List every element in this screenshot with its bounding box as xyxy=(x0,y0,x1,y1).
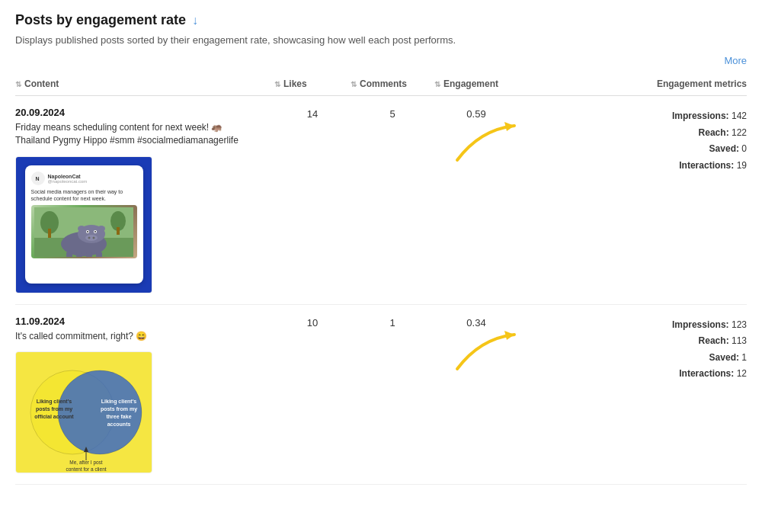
post-text-2: It's called commitment, right? 😄 xyxy=(15,330,244,343)
more-link-row: More xyxy=(15,55,747,66)
svg-point-11 xyxy=(94,231,96,232)
col-header-content: ⇅ Content xyxy=(15,79,274,89)
table-container: ⇅ Content ⇅ Likes ⇅ Comments ⇅ Engagemen… xyxy=(15,72,747,485)
comments-cell-2: 1 xyxy=(351,316,434,328)
svg-rect-22 xyxy=(117,227,120,235)
svg-rect-16 xyxy=(76,252,82,257)
svg-rect-17 xyxy=(86,252,92,257)
svg-rect-18 xyxy=(96,252,102,257)
sort-icon-content[interactable]: ⇅ xyxy=(15,80,21,88)
svg-point-6 xyxy=(78,226,85,232)
post-text-1: Friday means scheduling content for next… xyxy=(15,121,244,147)
more-link[interactable]: More xyxy=(724,55,747,66)
arrow-annotation-2 xyxy=(450,323,526,377)
svg-text:Liking client's: Liking client's xyxy=(36,399,72,405)
svg-marker-37 xyxy=(504,331,514,340)
post-date-2: 11.09.2024 xyxy=(15,316,274,327)
col-header-likes: ⇅ Likes xyxy=(274,79,351,89)
svg-text:three fake: three fake xyxy=(106,414,131,419)
svg-text:posts from my: posts from my xyxy=(100,406,136,412)
svg-rect-15 xyxy=(66,252,72,257)
table-header: ⇅ Content ⇅ Likes ⇅ Comments ⇅ Engagemen… xyxy=(15,72,747,96)
page-container: Posts by engagement rate ↓ Displays publ… xyxy=(0,0,762,497)
svg-text:posts from my: posts from my xyxy=(35,406,72,412)
col-header-engagement: ⇅ Engagement xyxy=(434,79,518,89)
page-title: Posts by engagement rate xyxy=(15,12,186,28)
svg-text:official account: official account xyxy=(34,414,74,419)
svg-text:content for a client: content for a client xyxy=(66,466,106,472)
svg-point-25 xyxy=(58,370,142,454)
table-row: 11.09.2024 It's called commitment, right… xyxy=(15,305,747,486)
table-row: 20.09.2024 Friday means scheduling conte… xyxy=(15,96,747,305)
post-image-1: ⊞ N NapoleonCat @napoleoncat.com xyxy=(15,156,152,293)
svg-point-14 xyxy=(93,236,95,239)
arrow-annotation-1 xyxy=(450,114,526,168)
svg-text:Liking client's: Liking client's xyxy=(101,399,136,405)
likes-cell-1: 14 xyxy=(274,107,351,120)
content-cell-1: 20.09.2024 Friday means scheduling conte… xyxy=(15,107,274,293)
svg-text:Me, after I post: Me, after I post xyxy=(69,460,103,466)
svg-marker-23 xyxy=(504,122,514,131)
subtitle: Displays published posts sorted by their… xyxy=(15,34,747,46)
metrics-detail-cell-2: Impressions: 123 Reach: 113 Saved: 1 Int… xyxy=(518,316,747,383)
venn-diagram: Liking client's posts from my official a… xyxy=(18,352,151,473)
sort-icon-likes[interactable]: ⇅ xyxy=(274,80,280,88)
svg-rect-20 xyxy=(48,229,51,238)
col-header-comments: ⇅ Comments xyxy=(351,79,434,89)
col-header-metrics: Engagement metrics xyxy=(518,79,747,89)
svg-text:N: N xyxy=(35,176,39,181)
metrics-detail-cell-1: Impressions: 142 Reach: 122 Saved: 0 Int… xyxy=(518,107,747,174)
sort-icon-comments[interactable]: ⇅ xyxy=(351,80,357,88)
likes-cell-2: 10 xyxy=(274,316,351,328)
metrics-detail-1: Impressions: 142 Reach: 122 Saved: 0 Int… xyxy=(518,108,747,174)
svg-point-7 xyxy=(98,226,105,232)
comments-cell-1: 5 xyxy=(351,107,434,120)
svg-text:accounts: accounts xyxy=(107,421,130,427)
download-icon[interactable]: ↓ xyxy=(192,14,198,27)
sort-icon-engagement[interactable]: ⇅ xyxy=(434,80,440,88)
metrics-detail-2: Impressions: 123 Reach: 113 Saved: 1 Int… xyxy=(518,317,747,383)
svg-point-12 xyxy=(85,235,98,241)
post-image-2: ⊞ Liking client's posts from my official… xyxy=(15,351,152,473)
header-row: Posts by engagement rate ↓ xyxy=(15,12,747,28)
content-cell-2: 11.09.2024 It's called commitment, right… xyxy=(15,316,274,474)
svg-point-10 xyxy=(87,231,88,232)
post-date-1: 20.09.2024 xyxy=(15,107,274,118)
svg-point-13 xyxy=(88,236,91,239)
